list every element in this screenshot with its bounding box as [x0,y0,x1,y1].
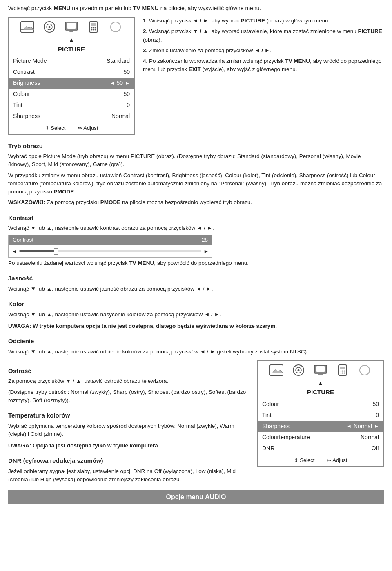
remote2-icon [335,364,350,376]
menu2-row-sharpness: Sharpness ◄ Normal ► [258,421,383,432]
svg-point-12 [95,27,96,29]
picture-menu-box2: ▲PICTURE Colour 50 Tint 0 Sharpness ◄ [257,360,384,467]
svg-point-23 [298,369,300,371]
contrast-right-arrow: ► [203,247,209,256]
menu2-nav-row: ⇕ Select ⇔ Adjust [258,454,383,467]
svg-point-34 [342,372,343,373]
kontrast-after: Po ustawieniu żądanej wartości wcisnąć p… [8,259,384,267]
menu2-row-colourtemp: Colourtemperature Normal [258,432,383,443]
kontrast-heading: Kontrast [8,213,384,223]
jasnosc-heading: Jasność [8,274,384,283]
svg-point-16 [93,29,94,31]
contrast-track [19,250,201,252]
dnr-section: DNR (cyfrowa redukcja szumów) Jeżeli odb… [8,456,249,484]
nav-updown-icon: ⇕ Select [45,124,66,132]
nav2-updown-icon: ⇕ Select [294,456,315,464]
tryb-hint: WSKAZÓWKI: Za pomocą przycisku PMODE na … [8,198,384,207]
svg-rect-25 [316,366,325,372]
step-2: 2. Wcisnąć przycisk ▼ / ▲, aby wybrać us… [143,27,384,44]
picture-icon [20,21,35,33]
menu-row-contrast: Contrast 50 [9,67,134,78]
ostrosc-section: Ostrość Za pomocą przycisków ▼ / ▲ ustaw… [8,367,249,404]
screen-icon [64,21,79,33]
ostrosc-body2: (Dostępne tryby ostrości: Normal (zwykły… [8,388,249,405]
temperatura-heading: Temperatura kolorów [8,411,249,420]
picture-menu-box: ▲PICTURE Picture Mode Standard Contrast … [8,17,135,135]
svg-rect-10 [91,23,96,26]
svg-point-35 [360,365,370,375]
bottom-left-section: Ostrość Za pomocą przycisków ▼ / ▲ ustaw… [8,360,249,487]
svg-rect-26 [318,374,323,375]
contrast-left-arrow: ◄ [12,247,17,256]
menu-row-brightness: Brightness ◄ 50 ► [9,78,134,89]
menu2-row-dnr: DNR Off [258,443,383,454]
tryb-obrazu-section: Tryb obrazu Wybrać opcję Picture Mode (t… [8,142,384,207]
svg-rect-28 [340,367,345,369]
ostrosc-heading: Ostrość [8,367,249,376]
menu-row-tint: Tint 0 [9,100,134,111]
contrast-bar-track-row: ◄ ► [9,245,212,258]
menu2-row-tint: Tint 0 [258,410,383,421]
svg-point-33 [342,370,343,371]
temperatura-warning: UWAGA: Opcja ta jest dostępna tylko w tr… [8,442,249,450]
picture-menu-table: Picture Mode Standard Contrast 50 Bright… [9,56,134,122]
contrast-thumb [54,248,58,255]
svg-marker-2 [23,26,34,30]
svg-rect-8 [69,31,74,32]
tryb-obrazu-para2: W przypadku zmiany w menu obrazu ustawie… [8,171,384,196]
contrast-bar-header: Contrast 28 [9,235,212,245]
jasnosc-body: Wcisnąć ▼ lub ▲, następnie ustawić jasno… [8,285,384,293]
odcienie-section: Odcienie Wcisnąć ▼ lub ▲, następnie usta… [8,337,384,356]
screen2-icon [313,364,328,376]
svg-point-13 [91,29,93,31]
contrast-bar-label: Contrast [13,236,33,244]
svg-point-32 [344,372,345,373]
menu-icons-row [9,18,134,35]
kolor-warning: UWAGA: W trybie komputera opcja ta nie j… [8,322,384,330]
kontrast-section: Kontrast Wcisnąć ▼ lub ▲, następnie usta… [8,213,384,268]
nav2-leftright-icon: ⇔ Adjust [327,456,347,464]
odcienie-body: Wcisnąć ▼ lub ▲, następnie ustawić odcie… [8,348,384,356]
kolor-heading: Kolor [8,300,384,309]
footer-text: Opcje menu AUDIO [166,493,226,500]
svg-point-17 [111,22,120,32]
tryb-obrazu-para1: Wybrać opcję Picture Mode (tryb obrazu) … [8,152,384,169]
dnr-body: Jeżeli odbierany sygnał jest słaby, usta… [8,467,249,484]
dnr-heading: DNR (cyfrowa redukcja szumów) [8,456,249,466]
step-3: 3. Zmienić ustawienie za pomocą przycisk… [143,47,384,55]
contrast-bar: Contrast 28 ◄ ► [8,235,212,258]
odcienie-heading: Odcienie [8,337,384,346]
footer-bar: Opcje menu AUDIO [8,490,384,504]
svg-point-29 [341,370,342,371]
menu-row-sharpness: Sharpness Normal [9,111,134,122]
kolor-section: Kolor Wcisnąć ▼ lub ▲, następnie ustawić… [8,300,384,330]
svg-rect-7 [67,23,76,29]
svg-point-14 [95,29,96,31]
svg-point-30 [344,370,345,371]
svg-point-31 [341,372,342,373]
picture-menu-title: ▲PICTURE [9,35,134,56]
step-4: 4. Po zakończeniu wprowadzania zmian wci… [143,57,384,74]
contrast-fill [20,250,56,252]
nav-leftright-icon: ⇔ Adjust [78,124,98,132]
picture-menu-box2-wrapper: ▲PICTURE Colour 50 Tint 0 Sharpness ◄ [257,360,384,487]
menu2-icons-row [258,361,383,378]
contrast-bar-value: 28 [202,236,208,244]
jasnosc-section: Jasność Wcisnąć ▼ lub ▲, następnie ustaw… [8,274,384,293]
svg-marker-20 [272,369,283,373]
kontrast-body: Wcisnąć ▼ lub ▲, następnie ustawić kontr… [8,224,384,232]
remote-icon [86,21,101,33]
menu2-row-colour: Colour 50 [258,399,383,410]
ostrosc-body1: Za pomocą przycisków ▼ / ▲ ustawić ostro… [8,377,249,385]
svg-point-5 [49,26,51,28]
temperatura-section: Temperatura kolorów Wybrać optymalną tem… [8,411,249,450]
picture-menu2-table: Colour 50 Tint 0 Sharpness ◄ Normal ► [258,399,383,454]
intro-text: Wcisnąć przycisk MENU na przednim panelu… [8,4,384,13]
picture-menu2-title: ▲PICTURE [258,378,383,399]
svg-rect-27 [339,365,347,375]
menu-row-picture-mode: Picture Mode Standard [9,56,134,67]
kolor-body: Wcisnąć ▼ lub ▲, następnie ustawić nasyc… [8,311,384,319]
picture2-icon [269,364,284,376]
steps-box: 1. Wcisnąć przycisk ◄ / ►, aby wybrać PI… [143,17,384,135]
svg-point-15 [93,27,94,29]
